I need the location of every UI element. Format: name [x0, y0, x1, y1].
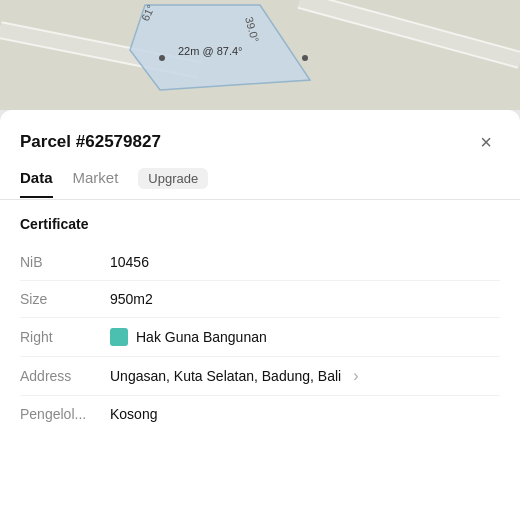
row-right: Right Hak Guna Bangunan [20, 318, 500, 357]
panel-header: Parcel #62579827 × [0, 110, 520, 168]
address-value: Ungasan, Kuta Selatan, Badung, Bali › [110, 367, 500, 385]
map-area: 61° 39.0° 22m @ 87.4° [0, 0, 520, 110]
svg-point-10 [302, 55, 308, 61]
panel: Parcel #62579827 × Data Market Upgrade C… [0, 110, 520, 520]
size-label: Size [20, 291, 110, 307]
size-value: 950m2 [110, 291, 500, 307]
address-chevron-icon[interactable]: › [353, 367, 358, 385]
nib-value: 10456 [110, 254, 500, 270]
section-label: Certificate [20, 216, 500, 232]
svg-point-9 [159, 55, 165, 61]
tab-upgrade[interactable]: Upgrade [138, 168, 208, 189]
tab-market[interactable]: Market [73, 169, 119, 198]
nib-label: NiB [20, 254, 110, 270]
tabs-bar: Data Market Upgrade [0, 168, 520, 200]
right-color-dot [110, 328, 128, 346]
pengelol-label: Pengelol... [20, 406, 110, 422]
right-value: Hak Guna Bangunan [110, 328, 500, 346]
row-size: Size 950m2 [20, 281, 500, 318]
panel-title: Parcel #62579827 [20, 132, 161, 152]
svg-text:22m @ 87.4°: 22m @ 87.4° [178, 45, 243, 57]
row-pengelol: Pengelol... Kosong [20, 396, 500, 432]
tab-data[interactable]: Data [20, 169, 53, 198]
row-address[interactable]: Address Ungasan, Kuta Selatan, Badung, B… [20, 357, 500, 396]
content-area: Certificate NiB 10456 Size 950m2 Right H… [0, 200, 520, 448]
right-label: Right [20, 329, 110, 345]
address-label: Address [20, 368, 110, 384]
pengelol-value: Kosong [110, 406, 500, 422]
close-button[interactable]: × [472, 128, 500, 156]
row-nib: NiB 10456 [20, 244, 500, 281]
